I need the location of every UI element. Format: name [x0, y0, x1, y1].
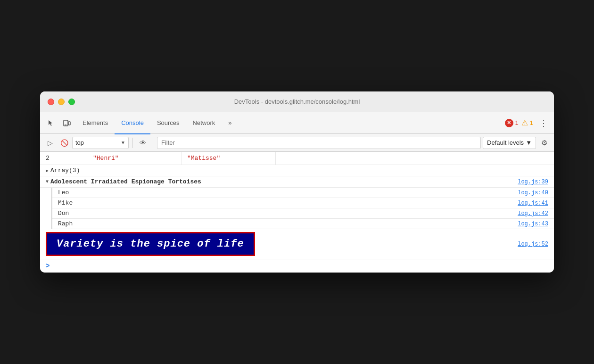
- list-item: Mike log.js:41: [52, 198, 554, 208]
- prompt-symbol: >: [46, 262, 50, 270]
- chevron-down-icon: ▼: [121, 140, 125, 145]
- list-item: Leo log.js:40: [52, 188, 554, 198]
- list-item: Raph log.js:43: [52, 219, 554, 229]
- tab-elements[interactable]: Elements: [76, 113, 115, 134]
- svg-rect-1: [68, 122, 70, 125]
- title-bar: DevTools - devtools.glitch.me/console/lo…: [40, 91, 554, 112]
- main-toolbar: Elements Console Sources Network » ✕ 1 ⚠…: [40, 112, 554, 134]
- group-header[interactable]: ▼ Adolescent Irradiated Espionage Tortoi…: [40, 176, 554, 188]
- error-icon: ✕: [505, 119, 513, 127]
- console-content: 2 "Henri" "Matisse" ▶ Array(3) ▼ Adolesc…: [40, 152, 554, 273]
- chevron-down-icon2: ▼: [526, 139, 532, 146]
- settings-icon[interactable]: ⚙: [538, 137, 550, 149]
- tab-network[interactable]: Network: [186, 113, 222, 134]
- cursor-icon[interactable]: [44, 116, 58, 130]
- item-name-don: Don: [58, 210, 69, 217]
- table-row: 2 "Henri" "Matisse": [40, 152, 554, 165]
- table-cell-empty: [276, 152, 554, 165]
- item-name-raph: Raph: [58, 220, 73, 227]
- table-cell-first: "Henri": [87, 152, 182, 165]
- group-name: Adolescent Irradiated Espionage Tortoise…: [50, 178, 201, 185]
- filter-input[interactable]: [157, 137, 481, 149]
- levels-selector[interactable]: Default levels ▼: [483, 137, 536, 149]
- tab-more[interactable]: »: [222, 113, 238, 134]
- styled-log-row: Variety is the spice of life log.js:52: [40, 229, 554, 259]
- item-link-mike[interactable]: log.js:41: [518, 200, 548, 207]
- close-button[interactable]: [48, 99, 54, 105]
- tab-sources[interactable]: Sources: [150, 113, 186, 134]
- console-toolbar: ▷ 🚫 top ▼ 👁 Default levels ▼ ⚙: [40, 134, 554, 152]
- list-item: Don log.js:42: [52, 208, 554, 219]
- maximize-button[interactable]: [68, 99, 75, 105]
- warning-badge[interactable]: ⚠ 1: [521, 118, 533, 127]
- array-label: Array(3): [50, 167, 80, 174]
- table-cell-index: 2: [40, 152, 87, 165]
- window-title: DevTools - devtools.glitch.me/console/lo…: [234, 98, 360, 105]
- execute-button[interactable]: ▷: [44, 137, 56, 149]
- item-link-don[interactable]: log.js:42: [518, 210, 548, 217]
- item-name-leo: Leo: [58, 189, 69, 196]
- warning-icon: ⚠: [521, 118, 528, 127]
- tab-console[interactable]: Console: [115, 113, 150, 134]
- devtools-window: DevTools - devtools.glitch.me/console/lo…: [40, 91, 554, 273]
- triangle-right-icon: ▶: [46, 168, 49, 174]
- divider: [132, 138, 133, 148]
- styled-log-message: Variety is the spice of life: [46, 232, 255, 256]
- styled-log-link[interactable]: log.js:52: [518, 241, 548, 248]
- group-log-link[interactable]: log.js:39: [518, 179, 548, 185]
- minimize-button[interactable]: [58, 99, 65, 105]
- more-menu-button[interactable]: ⋮: [537, 116, 550, 130]
- eye-icon[interactable]: 👁: [137, 137, 149, 149]
- item-name-mike: Mike: [58, 199, 73, 207]
- error-badge[interactable]: ✕ 1: [505, 119, 519, 127]
- divider2: [153, 138, 153, 148]
- array-row[interactable]: ▶ Array(3): [40, 165, 554, 176]
- clear-button[interactable]: 🚫: [58, 137, 70, 149]
- table-cell-last: "Matisse": [182, 152, 276, 165]
- item-link-raph[interactable]: log.js:43: [518, 221, 548, 227]
- traffic-lights: [48, 99, 75, 105]
- triangle-down-icon: ▼: [46, 179, 49, 184]
- prompt-row[interactable]: >: [40, 259, 554, 273]
- group-items: Leo log.js:40 Mike log.js:41 Don log.js:…: [51, 188, 554, 229]
- item-link-leo[interactable]: log.js:40: [518, 190, 548, 196]
- device-icon[interactable]: [60, 116, 74, 130]
- context-selector[interactable]: top ▼: [72, 137, 129, 149]
